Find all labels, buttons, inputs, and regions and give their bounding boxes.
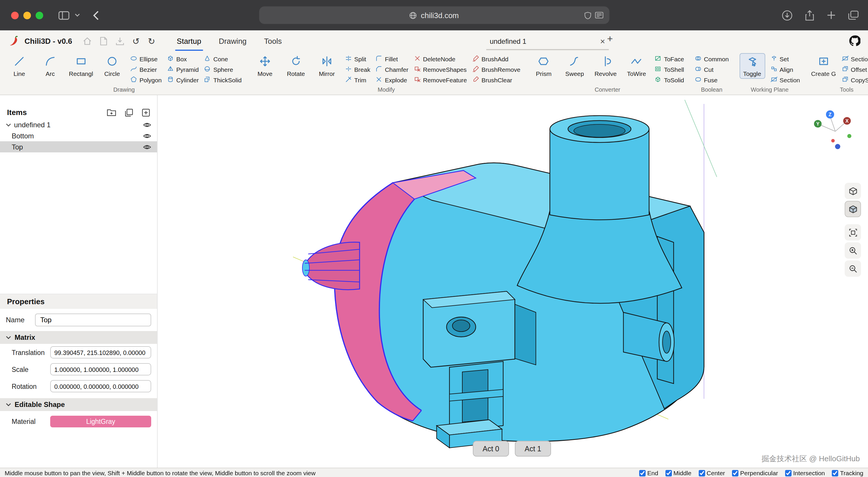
visibility-eye-icon[interactable] — [143, 122, 151, 127]
snap-toggle-center[interactable]: Center — [699, 469, 725, 476]
downloads-icon[interactable] — [782, 10, 793, 21]
ribbon-button-move[interactable]: Move — [252, 53, 278, 79]
snap-checkbox[interactable] — [732, 470, 738, 476]
material-button[interactable]: LightGray — [50, 416, 151, 427]
ribbon-button-set[interactable]: Set — [770, 55, 800, 63]
ribbon-button-rectangle[interactable]: Rectangle — [68, 53, 94, 79]
ribbon-button-brushclear[interactable]: BrushClear — [472, 76, 520, 84]
snap-toggle-end[interactable]: End — [639, 469, 658, 476]
add-group-icon[interactable] — [125, 108, 133, 117]
model-canvas[interactable] — [158, 95, 868, 468]
privacy-shield-icon[interactable] — [584, 11, 591, 19]
tab-drawing[interactable]: Drawing — [210, 30, 255, 51]
snap-checkbox[interactable] — [699, 470, 705, 476]
undo-icon[interactable]: ↺ — [132, 36, 140, 45]
ribbon-button-ellipse[interactable]: Ellipse — [130, 55, 162, 63]
visibility-eye-icon[interactable] — [143, 144, 151, 150]
ribbon-button-removeshapes[interactable]: RemoveShapes — [413, 65, 467, 73]
address-bar[interactable]: chili3d.com — [259, 6, 609, 24]
ribbon-button-cone[interactable]: Cone — [204, 55, 242, 63]
ribbon-button-sweep[interactable]: Sweep — [562, 53, 588, 79]
snap-checkbox[interactable] — [665, 470, 672, 476]
ribbon-button-toface[interactable]: ToFace — [655, 55, 684, 63]
ribbon-button-cut[interactable]: Cut — [694, 65, 729, 73]
add-folder-icon[interactable] — [107, 109, 116, 116]
ribbon-button-tosolid[interactable]: ToSolid — [655, 76, 684, 84]
matrix-section-header[interactable]: Matrix — [0, 331, 157, 344]
ribbon-button-trim[interactable]: Trim — [345, 76, 370, 84]
ribbon-button-chamfer[interactable]: Chamfer — [376, 65, 409, 73]
scale-input[interactable] — [50, 363, 151, 376]
ribbon-button-circle[interactable]: Circle — [99, 53, 125, 79]
new-document-icon[interactable] — [99, 36, 107, 45]
rotation-input[interactable] — [50, 380, 151, 392]
name-input[interactable] — [35, 314, 151, 326]
ribbon-button-polygon[interactable]: Polygon — [130, 76, 162, 84]
github-icon[interactable] — [849, 35, 860, 49]
close-document-icon[interactable]: ✕ — [600, 38, 605, 45]
ribbon-button-create-group[interactable]: Create Group — [810, 53, 836, 79]
ribbon-button-split[interactable]: Split — [345, 55, 370, 63]
save-icon[interactable] — [115, 36, 124, 45]
close-window-button[interactable] — [11, 11, 19, 19]
snap-toggle-middle[interactable]: Middle — [665, 469, 691, 476]
ribbon-button-section[interactable]: Section — [841, 55, 868, 63]
snap-checkbox[interactable] — [832, 470, 838, 476]
back-icon[interactable] — [93, 10, 99, 20]
ribbon-button-explode[interactable]: Explode — [376, 76, 409, 84]
ribbon-button-copyshape[interactable]: CopyShape — [841, 76, 868, 84]
ribbon-button-sphere[interactable]: Sphere — [204, 65, 242, 73]
ribbon-button-arc[interactable]: Arc — [37, 53, 63, 79]
reader-icon[interactable] — [594, 12, 603, 19]
ribbon-button-break[interactable]: Break — [345, 65, 370, 73]
view-shaded-button[interactable] — [845, 201, 861, 217]
ribbon-button-cylinder[interactable]: Cylinder — [167, 76, 199, 84]
ribbon-button-fillet[interactable]: Fillet — [376, 55, 409, 63]
ribbon-button-deletenode[interactable]: DeleteNode — [413, 55, 467, 63]
new-document-button[interactable]: + — [607, 33, 613, 45]
sidebar-icon[interactable] — [58, 11, 69, 20]
ribbon-button-removefeature[interactable]: RemoveFeature — [413, 76, 467, 84]
translation-input[interactable] — [50, 346, 151, 358]
tab-startup[interactable]: Startup — [168, 30, 210, 51]
zoom-fit-button[interactable] — [845, 224, 861, 241]
ribbon-button-line[interactable]: Line — [6, 53, 32, 79]
ribbon-button-towire[interactable]: ToWire — [624, 53, 649, 79]
act-0-button[interactable]: Act 0 — [473, 441, 509, 456]
ribbon-button-mirror[interactable]: Mirror — [314, 53, 340, 79]
new-tab-icon[interactable] — [827, 10, 836, 20]
ribbon-button-section[interactable]: Section — [770, 76, 800, 84]
tab-tools[interactable]: Tools — [255, 30, 291, 51]
ribbon-button-align[interactable]: Align — [770, 65, 800, 73]
home-icon[interactable] — [83, 36, 91, 45]
snap-toggle-tracking[interactable]: Tracking — [832, 469, 863, 476]
act-1-button[interactable]: Act 1 — [515, 441, 551, 456]
zoom-out-button[interactable] — [845, 260, 861, 277]
snap-toggle-perpendicular[interactable]: Perpendicular — [732, 469, 778, 476]
add-node-icon[interactable] — [142, 108, 150, 117]
ribbon-button-box[interactable]: Box — [167, 55, 199, 63]
redo-icon[interactable]: ↻ — [148, 36, 155, 45]
snap-toggle-intersection[interactable]: Intersection — [785, 469, 825, 476]
zoom-window-button[interactable] — [36, 11, 43, 19]
chevron-down-icon[interactable] — [6, 123, 14, 126]
editable-shape-section-header[interactable]: Editable Shape — [0, 398, 157, 411]
tree-item-top[interactable]: Top — [0, 141, 157, 152]
ribbon-button-brushremove[interactable]: BrushRemove — [472, 65, 520, 73]
share-icon[interactable] — [805, 10, 814, 21]
ribbon-button-offset[interactable]: Offset — [841, 65, 868, 73]
chevron-down-icon[interactable] — [75, 13, 80, 17]
snap-checkbox[interactable] — [785, 470, 792, 476]
visibility-eye-icon[interactable] — [143, 133, 151, 139]
viewport-3d[interactable]: Z X Y — [158, 95, 868, 468]
ribbon-button-prism[interactable]: Prism — [531, 53, 557, 79]
ribbon-button-revolve[interactable]: Revolve — [593, 53, 618, 79]
ribbon-button-pyramid[interactable]: Pyramid — [167, 65, 199, 73]
tree-item-bottom[interactable]: Bottom — [0, 130, 157, 141]
model-snout[interactable] — [302, 242, 360, 290]
minimize-window-button[interactable] — [23, 11, 31, 19]
ribbon-button-common[interactable]: Common — [694, 55, 729, 63]
zoom-in-button[interactable] — [845, 242, 861, 259]
snap-checkbox[interactable] — [639, 470, 646, 476]
ribbon-button-brushadd[interactable]: BrushAdd — [472, 55, 520, 63]
